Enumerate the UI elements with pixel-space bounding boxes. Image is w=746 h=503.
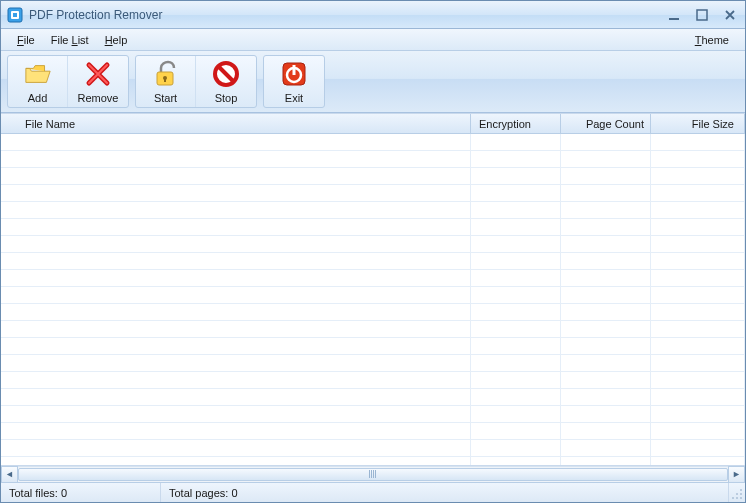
svg-point-13 <box>740 493 742 495</box>
exit-button[interactable]: Exit <box>264 56 324 107</box>
table-row[interactable] <box>1 389 745 406</box>
app-window: PDF Protection Remover File File List He… <box>0 0 746 503</box>
scroll-right-arrow[interactable]: ► <box>728 466 745 483</box>
svg-point-16 <box>736 497 738 499</box>
svg-rect-4 <box>697 10 707 20</box>
window-controls <box>665 8 739 22</box>
svg-rect-7 <box>164 78 166 82</box>
table-row[interactable] <box>1 440 745 457</box>
table-row[interactable] <box>1 457 745 465</box>
svg-rect-2 <box>13 13 17 17</box>
stop-button[interactable]: Stop <box>196 56 256 107</box>
svg-point-14 <box>736 493 738 495</box>
table-row[interactable] <box>1 304 745 321</box>
menu-filelist[interactable]: File List <box>43 32 97 48</box>
statusbar: Total files: 0 Total pages: 0 <box>1 482 745 502</box>
status-total-files: Total files: 0 <box>1 483 161 502</box>
menu-theme[interactable]: Theme <box>687 32 737 48</box>
table-row[interactable] <box>1 185 745 202</box>
stop-label: Stop <box>215 92 238 104</box>
app-icon <box>7 7 23 23</box>
table-row[interactable] <box>1 253 745 270</box>
table-header: File Name Encryption Page Count File Siz… <box>1 114 745 134</box>
toolbar: Add Remove <box>1 51 745 113</box>
table-row[interactable] <box>1 321 745 338</box>
svg-rect-11 <box>293 65 296 75</box>
table-row[interactable] <box>1 236 745 253</box>
start-button[interactable]: Start <box>136 56 196 107</box>
scroll-track[interactable] <box>18 466 728 483</box>
delete-x-icon <box>84 60 112 88</box>
table-row[interactable] <box>1 151 745 168</box>
total-files-value: 0 <box>61 487 67 499</box>
resize-grip[interactable] <box>729 483 745 502</box>
add-button[interactable]: Add <box>8 56 68 107</box>
table-row[interactable] <box>1 287 745 304</box>
table-row[interactable] <box>1 338 745 355</box>
column-filename[interactable]: File Name <box>1 114 471 133</box>
svg-point-12 <box>740 489 742 491</box>
folder-open-icon <box>24 60 52 88</box>
table-row[interactable] <box>1 168 745 185</box>
stop-icon <box>212 60 240 88</box>
exit-label: Exit <box>285 92 303 104</box>
svg-rect-3 <box>669 18 679 20</box>
file-table: File Name Encryption Page Count File Siz… <box>1 113 745 482</box>
remove-button[interactable]: Remove <box>68 56 128 107</box>
toolbar-group-exit: Exit <box>263 55 325 108</box>
toolbar-group-file: Add Remove <box>7 55 129 108</box>
table-row[interactable] <box>1 134 745 151</box>
table-row[interactable] <box>1 372 745 389</box>
add-label: Add <box>28 92 48 104</box>
table-row[interactable] <box>1 270 745 287</box>
menubar: File File List Help Theme <box>1 29 745 51</box>
table-row[interactable] <box>1 406 745 423</box>
unlock-icon <box>152 60 180 88</box>
total-pages-label: Total pages: <box>169 487 228 499</box>
status-total-pages: Total pages: 0 <box>161 483 729 502</box>
menu-file[interactable]: File <box>9 32 43 48</box>
horizontal-scrollbar[interactable]: ◄ ► <box>1 465 745 482</box>
remove-label: Remove <box>78 92 119 104</box>
menu-help[interactable]: Help <box>97 32 136 48</box>
toolbar-group-run: Start Stop <box>135 55 257 108</box>
table-body[interactable] <box>1 134 745 465</box>
column-encryption[interactable]: Encryption <box>471 114 561 133</box>
start-label: Start <box>154 92 177 104</box>
window-title: PDF Protection Remover <box>29 8 665 22</box>
close-button[interactable] <box>721 8 739 22</box>
total-pages-value: 0 <box>231 487 237 499</box>
maximize-button[interactable] <box>693 8 711 22</box>
total-files-label: Total files: <box>9 487 58 499</box>
table-row[interactable] <box>1 355 745 372</box>
svg-point-15 <box>740 497 742 499</box>
table-row[interactable] <box>1 202 745 219</box>
column-filesize[interactable]: File Size <box>651 114 745 133</box>
scroll-left-arrow[interactable]: ◄ <box>1 466 18 483</box>
minimize-button[interactable] <box>665 8 683 22</box>
scroll-thumb[interactable] <box>18 468 728 481</box>
table-row[interactable] <box>1 219 745 236</box>
power-icon <box>280 60 308 88</box>
titlebar[interactable]: PDF Protection Remover <box>1 1 745 29</box>
svg-point-17 <box>732 497 734 499</box>
column-pagecount[interactable]: Page Count <box>561 114 651 133</box>
table-row[interactable] <box>1 423 745 440</box>
